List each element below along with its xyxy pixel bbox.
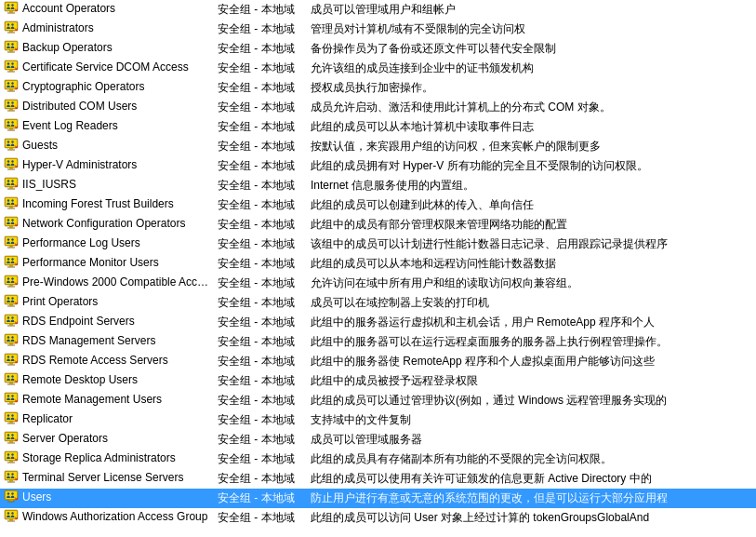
svg-point-155 — [11, 375, 13, 377]
table-row[interactable]: Cryptographic Operators安全组 - 本地域授权成员执行加密… — [0, 78, 756, 98]
table-row[interactable]: RDS Remote Access Servers安全组 - 本地域此组中的服务… — [0, 352, 756, 371]
group-icon — [4, 431, 19, 446]
svg-rect-12 — [9, 31, 13, 33]
svg-point-186 — [7, 453, 9, 455]
table-row[interactable]: Windows Authorization Access Group安全组 - … — [0, 508, 756, 528]
table-row[interactable]: Replicator安全组 - 本地域支持域中的文件复制 — [0, 410, 756, 430]
group-name: Windows Authorization Access Group — [22, 510, 207, 523]
table-row[interactable]: Account Operators安全组 - 本地域成员可以管理域用户和组帐户 — [0, 0, 756, 20]
table-row[interactable]: Server Operators安全组 - 本地域成员可以管理域服务器 — [0, 430, 756, 450]
svg-rect-52 — [9, 128, 13, 130]
group-type-cell: 安全组 - 本地域 — [214, 254, 307, 274]
table-row[interactable]: Network Configuration Operators安全组 - 本地域… — [0, 215, 756, 235]
svg-rect-124 — [9, 304, 13, 306]
group-icon — [4, 509, 19, 524]
svg-point-99 — [11, 238, 13, 240]
group-description-cell: 此组的成员可以创建到此林的传入、单向信任 — [307, 195, 756, 215]
group-icon — [4, 372, 19, 387]
svg-point-195 — [11, 473, 13, 475]
group-name-cell: Distributed COM Users — [0, 98, 214, 114]
table-row[interactable]: RDS Endpoint Servers安全组 - 本地域此组中的服务器运行虚拟… — [0, 313, 756, 332]
groups-list[interactable]: Account Operators安全组 - 本地域成员可以管理域用户和组帐户 … — [0, 0, 756, 537]
group-icon — [4, 490, 19, 504]
group-name-cell: Replicator — [0, 410, 214, 427]
group-name-cell: IIS_IUSRS — [0, 176, 214, 193]
svg-point-179 — [11, 434, 13, 436]
svg-point-138 — [7, 336, 9, 338]
table-row[interactable]: Terminal Server License Servers安全组 - 本地域… — [0, 469, 756, 489]
svg-point-91 — [11, 219, 13, 221]
group-name-cell: RDS Remote Access Servers — [0, 352, 214, 369]
table-row[interactable]: IIS_IUSRS安全组 - 本地域Internet 信息服务使用的内置组。 — [0, 176, 756, 195]
table-row[interactable]: Print Operators安全组 - 本地域成员可以在域控制器上安装的打印机 — [0, 293, 756, 313]
svg-point-203 — [11, 492, 13, 494]
table-row[interactable]: Distributed COM Users安全组 - 本地域成员允许启动、激活和… — [0, 98, 756, 117]
group-name-cell: Backup Operators — [0, 39, 214, 56]
group-name: Users — [22, 490, 51, 503]
svg-rect-100 — [9, 246, 13, 248]
table-row[interactable]: Guests安全组 - 本地域按默认值，来宾跟用户组的访问权，但来宾帐户的限制更… — [0, 137, 756, 156]
group-name: Distributed COM Users — [22, 100, 137, 113]
svg-point-115 — [11, 277, 13, 279]
group-description-cell: 此组的成员可以从本地和远程访问性能计数器数据 — [307, 254, 756, 274]
table-row[interactable]: Incoming Forest Trust Builders安全组 - 本地域此… — [0, 195, 756, 215]
group-icon — [4, 1, 19, 16]
group-type-cell: 安全组 - 本地域 — [214, 235, 307, 254]
group-type-cell: 安全组 - 本地域 — [214, 313, 307, 332]
svg-point-114 — [7, 277, 9, 279]
table-row[interactable]: Remote Management Users安全组 - 本地域此组的成员可以通… — [0, 391, 756, 410]
svg-rect-205 — [7, 502, 15, 503]
group-name: RDS Management Servers — [22, 334, 155, 347]
group-type-cell: 安全组 - 本地域 — [214, 489, 307, 508]
group-name: Event Log Readers — [22, 119, 118, 132]
table-row[interactable]: RDS Management Servers安全组 - 本地域此组中的服务器可以… — [0, 332, 756, 352]
svg-rect-109 — [7, 267, 15, 268]
svg-rect-164 — [9, 402, 13, 404]
group-type-cell: 安全组 - 本地域 — [214, 176, 307, 195]
table-row[interactable]: Remote Desktop Users安全组 - 本地域此组中的成员被授予远程… — [0, 371, 756, 391]
table-row[interactable]: Performance Log Users安全组 - 本地域该组中的成员可以计划… — [0, 235, 756, 254]
group-name: Performance Log Users — [22, 236, 140, 249]
group-name: Network Configuration Operators — [22, 217, 185, 230]
table-row[interactable]: Performance Monitor Users安全组 - 本地域此组的成员可… — [0, 254, 756, 274]
svg-rect-45 — [7, 111, 15, 112]
svg-rect-76 — [9, 187, 13, 189]
group-name: Pre-Windows 2000 Compatible Access — [22, 275, 210, 289]
group-icon — [4, 235, 19, 250]
svg-point-34 — [7, 82, 9, 84]
group-description-cell: 此组中的成员被授予远程登录权限 — [307, 371, 756, 391]
table-row[interactable]: Storage Replica Administrators安全组 - 本地域此… — [0, 450, 756, 469]
group-description-cell: 成员可以管理域用户和组帐户 — [307, 0, 756, 20]
svg-rect-212 — [9, 519, 13, 521]
group-name: Hyper-V Administrators — [22, 158, 137, 171]
table-row[interactable]: Administrators安全组 - 本地域管理员对计算机/域有不受限制的完全… — [0, 20, 756, 39]
table-row[interactable]: Hyper-V Administrators安全组 - 本地域此组的成员拥有对 … — [0, 156, 756, 176]
groups-table: Account Operators安全组 - 本地域成员可以管理域用户和组帐户 … — [0, 0, 756, 528]
group-name-cell: Account Operators — [0, 0, 214, 17]
svg-rect-197 — [7, 482, 15, 483]
table-row[interactable]: Certificate Service DCOM Access安全组 - 本地域… — [0, 59, 756, 78]
group-description-cell: 允许访问在域中所有用户和组的读取访问权向兼容组。 — [307, 274, 756, 293]
table-row[interactable]: Backup Operators安全组 - 本地域备份操作员为了备份或还原文件可… — [0, 39, 756, 59]
group-name: Remote Management Users — [22, 393, 162, 406]
group-icon — [4, 353, 19, 368]
group-type-cell: 安全组 - 本地域 — [214, 469, 307, 489]
table-row[interactable]: Users安全组 - 本地域防止用户进行有意或无意的系统范围的更改，但是可以运行… — [0, 489, 756, 508]
table-row[interactable]: Event Log Readers安全组 - 本地域此组的成员可以从本地计算机中… — [0, 117, 756, 137]
svg-rect-196 — [9, 480, 13, 482]
svg-rect-149 — [7, 365, 15, 366]
svg-rect-157 — [7, 384, 15, 385]
svg-rect-117 — [7, 287, 15, 288]
group-name-cell: RDS Management Servers — [0, 332, 214, 349]
group-name-cell: Network Configuration Operators — [0, 215, 214, 232]
group-name: Account Operators — [22, 2, 115, 15]
group-icon — [4, 450, 19, 465]
svg-rect-68 — [9, 168, 13, 169]
group-description-cell: 此组的成员可以通过管理协议(例如，通过 Windows 远程管理服务实现的 — [307, 391, 756, 410]
group-icon — [4, 79, 19, 94]
group-description-cell: 此组的成员可以使用有关许可证颁发的信息更新 Active Directory 中… — [307, 469, 756, 489]
svg-point-51 — [11, 121, 13, 123]
group-name-cell: Incoming Forest Trust Builders — [0, 195, 214, 212]
table-row[interactable]: Pre-Windows 2000 Compatible Access安全组 - … — [0, 274, 756, 293]
group-description-cell: 此组中的服务器可以在运行远程桌面服务的服务器上执行例程管理操作。 — [307, 332, 756, 352]
